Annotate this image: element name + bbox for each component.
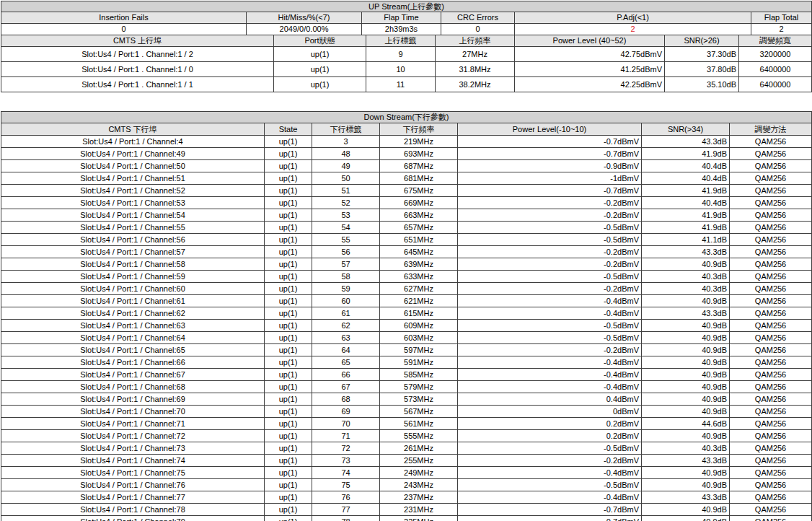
table-cell: QAM256 xyxy=(730,406,812,418)
table-cell: up(1) xyxy=(265,516,312,521)
table-cell: 43.3dB xyxy=(642,307,730,320)
cmts-status-page: UP Stream(上行參數) Insertion FailsHit/Miss/… xyxy=(0,0,812,521)
table-cell: QAM256 xyxy=(730,234,812,246)
table-cell: 693MHz xyxy=(380,148,458,160)
table-row: Slot:Us4 / Port:1 / Channel:66up(1)65591… xyxy=(1,356,812,369)
table-cell: Slot:Us4 / Port:1 / Channel:62 xyxy=(1,307,265,320)
table-cell: -0.4dBmV xyxy=(458,381,642,393)
table-row: Slot:Us4 / Port:1 / Channel:55up(1)54657… xyxy=(1,222,812,234)
table-cell: QAM256 xyxy=(730,369,812,381)
table-cell: up(1) xyxy=(265,418,312,430)
table-cell: 40.4dB xyxy=(642,197,730,209)
table-cell: QAM256 xyxy=(730,222,812,234)
table-cell: -0.2dBmV xyxy=(458,283,642,295)
table-cell: 69 xyxy=(312,406,380,418)
table-cell: up(1) xyxy=(265,442,312,455)
table-cell: 40.9dB xyxy=(642,516,730,521)
table-cell: up(1) xyxy=(265,344,312,356)
table-cell: 40.9dB xyxy=(642,369,730,381)
column-header: P.Adj(<1) xyxy=(515,12,751,24)
table-row: Slot:Us4 / Port:1 / Channel:59up(1)58633… xyxy=(1,271,812,283)
upstream-banner-row: UP Stream(上行參數) xyxy=(1,1,812,12)
table-cell: QAM256 xyxy=(730,185,812,197)
column-header: CMTS 下行埠 xyxy=(1,123,265,136)
table-cell: up(1) xyxy=(265,320,312,332)
column-header: CMTS 上行埠 xyxy=(1,35,274,47)
table-cell: -0.5dBmV xyxy=(458,320,642,332)
table-cell: 633MHz xyxy=(380,271,458,283)
table-cell: Slot:Us4 / Port:1 / Channel:77 xyxy=(1,491,265,504)
table-cell: 639MHz xyxy=(380,258,458,271)
table-cell: 52 xyxy=(312,197,380,209)
table-row: Slot:Us4 / Port:1 . Channel:1 / 1up(1)11… xyxy=(1,77,812,92)
table-cell: QAM256 xyxy=(730,393,812,406)
table-row: Slot:Us4 / Port:1 / Channel:67up(1)66585… xyxy=(1,369,812,381)
table-cell: Slot:Us4 / Port:1 / Channel:70 xyxy=(1,406,265,418)
table-cell: 74 xyxy=(312,467,380,479)
table-cell: Slot:Us4 / Port:1 / Channel:59 xyxy=(1,271,265,283)
table-row: Slot:Us4 / Port:1 . Channel:1 / 2up(1)92… xyxy=(1,47,812,62)
table-cell: 651MHz xyxy=(380,234,458,246)
table-cell: QAM256 xyxy=(730,344,812,356)
table-cell: Slot:Us4 / Port:1 / Channel:67 xyxy=(1,369,265,381)
column-header: Power Level(-10~10) xyxy=(458,123,642,136)
table-cell: up(1) xyxy=(265,295,312,307)
table-cell: QAM256 xyxy=(730,172,812,185)
table-row: Slot:Us4 / Port:1 / Channel:57up(1)56645… xyxy=(1,246,812,258)
table-row: Slot:Us4 / Port:1 / Channel:53up(1)52669… xyxy=(1,197,812,209)
table-cell: QAM256 xyxy=(730,430,812,442)
table-cell: 40.9dB xyxy=(642,356,730,369)
table-cell: up(1) xyxy=(265,406,312,418)
table-cell: up(1) xyxy=(265,172,312,185)
table-cell: 57 xyxy=(312,258,380,271)
column-header: Flap Total xyxy=(751,12,812,24)
table-cell: Slot:Us4 / Port:1 / Channel:57 xyxy=(1,246,265,258)
table-cell: Slot:Us4 / Port:1 / Channel:73 xyxy=(1,442,265,455)
table-row: Slot:Us4 / Port:1 / Channel:79up(1)78225… xyxy=(1,516,812,521)
table-cell: 585MHz xyxy=(380,369,458,381)
table-cell: -0.5dBmV xyxy=(458,222,642,234)
column-header: 上行標籤 xyxy=(366,35,436,47)
table-row: Slot:Us4 / Port:1 / Channel:73up(1)72261… xyxy=(1,442,812,455)
table-row: Slot:Us4 / Port:1 / Channel:49up(1)48693… xyxy=(1,148,812,160)
table-cell: QAM256 xyxy=(730,455,812,467)
table-cell: 3200000 xyxy=(739,47,812,62)
table-cell: Slot:Us4 / Port:1 . Channel:1 / 1 xyxy=(1,77,274,92)
table-cell: 60 xyxy=(312,295,380,307)
table-cell: Slot:Us4 / Port:1 . Channel:1 / 2 xyxy=(1,47,274,62)
table-cell: 40.9dB xyxy=(642,320,730,332)
table-cell: 48 xyxy=(312,148,380,160)
table-cell: 70 xyxy=(312,418,380,430)
table-cell: -0.2dBmV xyxy=(458,197,642,209)
table-cell: Slot:Us4 / Port:1 / Channel:61 xyxy=(1,295,265,307)
column-header: SNR(>34) xyxy=(642,123,730,136)
table-row: Slot:Us4 / Port:1 . Channel:1 / 0up(1)10… xyxy=(1,62,812,77)
table-cell: 40.3dB xyxy=(642,442,730,455)
table-cell: 40.3dB xyxy=(642,271,730,283)
table-row: Slot:Us4 / Port:1 / Channel:61up(1)60621… xyxy=(1,295,812,307)
table-cell: 40.9dB xyxy=(642,504,730,516)
table-cell: Slot:Us4 / Port:1 / Channel:58 xyxy=(1,258,265,271)
table-cell: up(1) xyxy=(265,185,312,197)
table-cell: 645MHz xyxy=(380,246,458,258)
table-cell: 75 xyxy=(312,479,380,491)
table-cell: 40.9dB xyxy=(642,467,730,479)
table-cell: 68 xyxy=(312,393,380,406)
table-cell: 243MHz xyxy=(380,479,458,491)
table-cell: 261MHz xyxy=(380,442,458,455)
table-cell: Slot:Us4 / Port:1 / Channel:51 xyxy=(1,172,265,185)
summary-value-cell: 2h39m3s xyxy=(362,24,441,35)
table-row: Slot:Us4 / Port:1 / Channel:76up(1)75243… xyxy=(1,479,812,491)
table-cell: 231MHz xyxy=(380,504,458,516)
table-cell: QAM256 xyxy=(730,356,812,369)
table-cell: 42.25dBmV xyxy=(515,77,665,92)
table-cell: 40.9dB xyxy=(642,295,730,307)
table-cell: 249MHz xyxy=(380,467,458,479)
table-cell: 43.3dB xyxy=(642,136,730,148)
table-cell: 77 xyxy=(312,504,380,516)
table-cell: -0.4dBmV xyxy=(458,491,642,504)
table-cell: Slot:Us4 / Port:1 / Channel:54 xyxy=(1,209,265,222)
table-cell: QAM256 xyxy=(730,320,812,332)
table-cell: 6400000 xyxy=(739,62,812,77)
table-cell: Slot:Us4 / Port:1 / Channel:55 xyxy=(1,222,265,234)
